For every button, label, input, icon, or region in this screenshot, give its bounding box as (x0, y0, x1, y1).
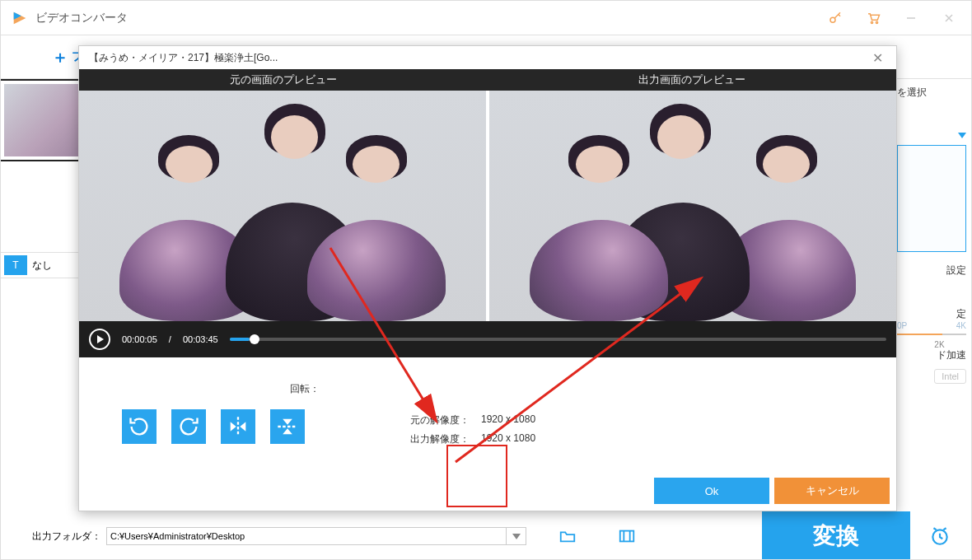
dialog-title: 【みうめ・メイリア・217】極楽浄土[Go... (89, 51, 278, 65)
svg-point-4 (876, 21, 877, 23)
rotate-ccw-90-button[interactable] (122, 409, 157, 444)
resolution-slider[interactable] (897, 334, 966, 335)
original-header: 元の画面のプレビュー (79, 69, 488, 91)
schedule-icon[interactable] (915, 525, 965, 547)
time-sep: / (169, 334, 171, 344)
dialog-buttons: Ok キャンセル (79, 478, 896, 511)
play-icon (97, 335, 104, 343)
rotate-buttons (112, 409, 320, 444)
svg-point-2 (830, 17, 835, 22)
select-label: を選択 (897, 86, 966, 100)
cancel-button[interactable]: キャンセル (774, 478, 890, 504)
intel-badge: Intel (934, 369, 966, 384)
chevron-down-icon[interactable] (958, 133, 966, 138)
app-logo-icon (11, 9, 29, 27)
resolution-scale: 0P4K (897, 321, 966, 330)
settings-button[interactable]: 設定 (897, 264, 966, 278)
subtitle-value: なし (27, 259, 52, 273)
output-header: 出力画面のプレビュー (488, 69, 896, 91)
minimize-button[interactable] (892, 1, 930, 35)
profile-card[interactable] (897, 145, 966, 252)
rotate-cw-90-button[interactable] (171, 409, 206, 444)
rotate-label: 回転： (112, 382, 320, 396)
svg-rect-8 (620, 531, 634, 542)
controls-area: 回転： 元の解像度：1920 x 1080 出力解像度：1920 x 1080 (79, 357, 896, 478)
hw-accel-label: ド加速 (897, 348, 966, 362)
out-res-value: 1920 x 1080 (481, 432, 535, 446)
flip-horizontal-button[interactable] (221, 409, 255, 444)
output-folder-label: 出力フォルダ： (32, 530, 101, 544)
orig-res-value: 1920 x 1080 (481, 413, 535, 427)
svg-marker-14 (283, 419, 292, 425)
preview-headers: 元の画面のプレビュー 出力画面のプレビュー (79, 69, 896, 91)
key-icon[interactable] (816, 1, 854, 35)
seek-slider[interactable] (230, 338, 886, 341)
ok-button[interactable]: Ok (654, 478, 769, 504)
original-preview (79, 91, 486, 321)
svg-marker-12 (240, 422, 245, 432)
playback-bar: 00:00:05 / 00:03:45 (79, 321, 896, 357)
main-titlebar: ビデオコンバータ (1, 1, 971, 35)
close-button[interactable] (930, 1, 968, 35)
preset-label: 定 (897, 307, 966, 321)
dialog-titlebar: 【みうめ・メイリア・217】極楽浄土[Go... ✕ (79, 46, 896, 69)
svg-marker-11 (231, 422, 236, 432)
edit-dialog: 【みうめ・メイリア・217】極楽浄土[Go... ✕ 元の画面のプレビュー 出力… (78, 45, 897, 511)
subtitle-chip[interactable]: T (4, 255, 27, 275)
svg-point-3 (871, 21, 872, 23)
cart-icon[interactable] (854, 1, 892, 35)
convert-button[interactable]: 変換 (762, 511, 910, 560)
resolution-info: 元の解像度：1920 x 1080 出力解像度：1920 x 1080 (410, 382, 535, 478)
out-res-label: 出力解像度： (410, 432, 470, 446)
bottom-bar: 出力フォルダ： 変換 (1, 518, 971, 554)
output-folder-input[interactable] (106, 527, 507, 545)
preview-row (79, 91, 896, 321)
flip-vertical-button[interactable] (270, 409, 305, 444)
play-button[interactable] (89, 329, 110, 350)
output-folder-dropdown[interactable] (507, 527, 526, 545)
output-preview (486, 91, 896, 321)
svg-marker-15 (283, 428, 292, 434)
right-panel: を選択 設定 定 0P4K ド加速 Intel (897, 79, 971, 490)
time-total: 00:03:45 (183, 334, 218, 344)
orig-res-label: 元の解像度： (410, 413, 470, 427)
merge-icon[interactable] (609, 523, 645, 549)
open-folder-icon[interactable] (549, 523, 586, 549)
time-current: 00:00:05 (122, 334, 157, 344)
dialog-close-icon[interactable]: ✕ (869, 50, 886, 66)
app-title: ビデオコンバータ (35, 11, 816, 26)
